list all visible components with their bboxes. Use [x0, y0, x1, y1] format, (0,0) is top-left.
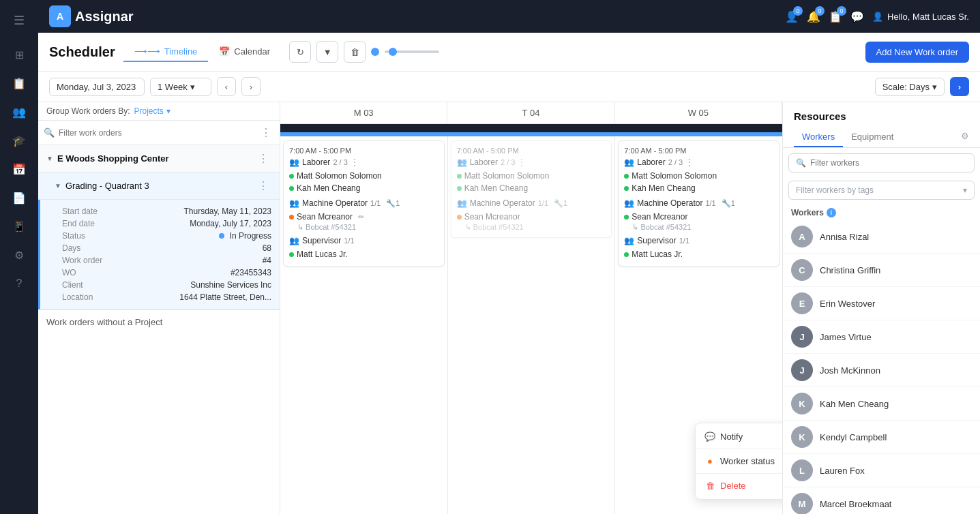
tab-timeline-label: Timeline	[164, 46, 198, 57]
col-mon: 7:00 AM - 5:00 PM 👥 Laborer 2 / 3 ⋮ Mat	[280, 124, 448, 514]
mobile-icon[interactable]: 📱	[7, 214, 31, 239]
group-by-select[interactable]: Projects ▾	[134, 106, 170, 116]
end-date-label: End date	[62, 219, 95, 228]
notify-label: Notify	[720, 432, 743, 442]
avatar: E	[791, 292, 813, 314]
worker-name: Lauren Fox	[820, 466, 865, 476]
tags-filter[interactable]: Filter workers by tags ▾	[788, 181, 975, 200]
list-item[interactable]: L Lauren Fox	[783, 454, 980, 487]
scale-forward-button[interactable]: ›	[950, 77, 969, 96]
location-label: Location	[62, 292, 93, 302]
people-icon-2: 👥	[289, 198, 299, 208]
detail-location: Location 1644 Platte Street, Den...	[62, 291, 271, 303]
filter-settings-icon[interactable]: ⚙	[961, 127, 969, 147]
logo: A Assignar	[49, 5, 134, 27]
list-item[interactable]: J Josh McKinnon	[783, 354, 980, 387]
people-icon: 👥	[289, 157, 299, 167]
document-icon[interactable]: 📄	[7, 185, 31, 210]
chat-icon[interactable]: 💬	[850, 10, 864, 23]
prev-button[interactable]: ‹	[217, 77, 236, 96]
filter-input[interactable]	[59, 128, 254, 138]
bell-icon[interactable]: 🔔 0	[807, 10, 820, 23]
scale-select[interactable]: Scale: Days ▾	[875, 78, 945, 96]
list-item[interactable]: K Kah Men Cheang	[783, 387, 980, 421]
worker-matt-tue: Matt Solomon Solomon	[457, 170, 606, 182]
slider-thumb	[389, 48, 397, 56]
calendar-tab-icon: 📅	[219, 46, 230, 57]
workorder-more-icon[interactable]: ⋮	[255, 178, 271, 194]
calendar-icon[interactable]: 📅	[7, 157, 31, 181]
machine-label-wed: ↳ Bobcat #54321	[624, 223, 773, 232]
start-date-label: Start date	[62, 207, 98, 216]
resources-title: Resources	[783, 102, 980, 122]
tab-timeline[interactable]: ⟶⟶ Timeline	[123, 42, 209, 62]
worker-kah-wed: Kah Men Cheang	[624, 182, 773, 194]
avatar: M	[791, 493, 813, 514]
timeline-area: M 03 T 04 W 05 7:00 AM - 5:00 PM	[280, 102, 782, 514]
hamburger-icon[interactable]: ☰	[7, 8, 31, 33]
briefcase-icon[interactable]: 📋	[7, 71, 31, 95]
days-label: Days	[62, 243, 80, 253]
context-notify[interactable]: 💬 Notify	[696, 426, 782, 447]
avatar: C	[791, 259, 813, 281]
group-by-bar: Group Work orders By: Projects ▾	[38, 102, 280, 121]
tab-calendar[interactable]: 📅 Calendar	[208, 42, 281, 62]
worker-dot-7	[457, 215, 462, 220]
more-options-icon[interactable]: ⋮	[258, 125, 274, 140]
list-item[interactable]: C Christina Griffin	[783, 254, 980, 287]
users-icon[interactable]: 👥	[7, 100, 31, 124]
avatar: J	[791, 359, 813, 381]
context-delete[interactable]: 🗑 Delete	[696, 475, 782, 496]
laborer-role-mon: 👥 Laborer 2 / 3 ⋮	[289, 157, 439, 167]
week-select[interactable]: 1 Week ▾	[150, 78, 211, 96]
orders-icon[interactable]: 📋 0	[829, 10, 842, 23]
filter-button[interactable]: ▼	[316, 41, 338, 63]
shift-menu-wed[interactable]: ⋮	[685, 157, 694, 167]
tab-workers[interactable]: Workers	[794, 127, 843, 147]
list-item[interactable]: J James Virtue	[783, 320, 980, 354]
delete-button[interactable]: 🗑	[344, 41, 366, 63]
settings-icon[interactable]: ⚙	[7, 243, 31, 267]
date-picker[interactable]: Monday, Jul 3, 2023	[49, 78, 145, 96]
without-project[interactable]: Work orders without a Project	[38, 309, 280, 334]
project-header[interactable]: ▼ E Woods Shopping Center ⋮	[38, 145, 280, 172]
list-item[interactable]: E Erin Westover	[783, 287, 980, 320]
tags-placeholder: Filter workers by tags	[796, 185, 874, 195]
workorder-header[interactable]: ▼ Grading - Quadrant 3 ⋮	[38, 172, 280, 200]
add-workorder-button[interactable]: Add New Work order	[865, 42, 969, 63]
shift-menu-mon[interactable]: ⋮	[351, 157, 359, 167]
graduation-icon[interactable]: 🎓	[7, 128, 31, 153]
worker-dot	[289, 174, 294, 179]
week-chevron: ▾	[190, 82, 195, 92]
zoom-slider[interactable]	[385, 50, 439, 53]
worker-name: Kendyl Campbell	[820, 432, 887, 442]
list-item[interactable]: A Annisa Rizal	[783, 220, 980, 254]
help-icon[interactable]: ?	[7, 271, 31, 296]
shift-card-wed: 7:00 AM - 5:00 PM 👥 Laborer 2 / 3 ⋮ Mat	[618, 140, 779, 267]
worker-matt-mon: Matt Solomon Solomon	[289, 170, 439, 182]
profile-icon[interactable]: 👤 0	[785, 10, 799, 23]
worker-list: A Annisa Rizal C Christina Griffin E Eri…	[783, 220, 980, 514]
worker-dot-10	[624, 215, 629, 220]
worker-matljr-wed: Matt Lucas Jr.	[624, 248, 773, 260]
tab-calendar-label: Calendar	[234, 46, 270, 57]
search-workers-field[interactable]	[810, 158, 967, 168]
machine-label-mon: ↳ Bobcat #54321	[289, 223, 439, 232]
search-workers-input[interactable]: 🔍	[788, 153, 975, 172]
info-badge: i	[827, 208, 836, 217]
group-by-chevron: ▾	[166, 106, 170, 116]
worker-name: Kah Men Cheang	[820, 399, 889, 409]
days-value: 68	[263, 243, 271, 253]
project-more-icon[interactable]: ⋮	[255, 151, 271, 166]
next-button[interactable]: ›	[241, 77, 261, 96]
refresh-button[interactable]: ↻	[289, 41, 311, 63]
dashboard-icon[interactable]: ⊞	[7, 42, 31, 67]
shift-menu-tue[interactable]: ⋮	[518, 157, 526, 167]
tab-equipment[interactable]: Equipment	[843, 127, 902, 147]
avatar: K	[791, 393, 813, 414]
wo-value: #4	[263, 256, 271, 265]
page-title: Scheduler	[49, 44, 115, 60]
list-item[interactable]: M Marcel Broekmaat	[783, 487, 980, 514]
context-worker-status[interactable]: ● Worker status ›	[696, 451, 782, 472]
list-item[interactable]: K Kendyl Campbell	[783, 421, 980, 454]
